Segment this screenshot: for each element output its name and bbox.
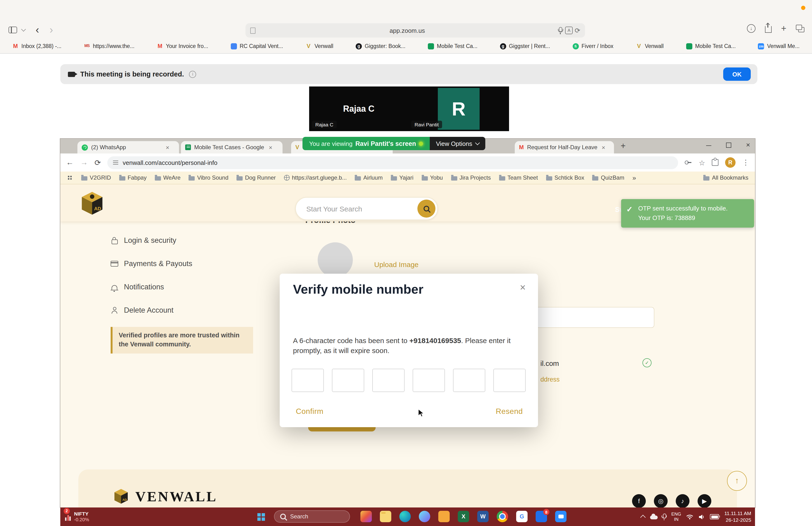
favorite-item[interactable]: gGiggster: Book...	[356, 43, 405, 49]
share-icon[interactable]	[765, 26, 772, 32]
bookmark-item[interactable]: Jira Projects	[451, 174, 491, 181]
bookmark-item[interactable]: https://asrt.gluege.b...	[284, 174, 347, 181]
zoom-app-icon[interactable]	[555, 511, 566, 522]
participant-tile[interactable]: Rajaa C Rajaa C	[309, 86, 408, 131]
tab-sheets[interactable]: Mobile Test Cases - Google She ×	[181, 141, 282, 154]
tab-gmail[interactable]: M Request for Half-Day Leave - ra ×	[515, 141, 614, 154]
view-options-button[interactable]: View Options	[430, 137, 485, 150]
taskbar-search[interactable]: Search	[274, 510, 350, 523]
window-close-button[interactable]: ×	[746, 141, 750, 149]
bookmark-item[interactable]: Schtick Box	[546, 174, 584, 181]
battery-icon[interactable]	[710, 514, 719, 520]
omnibox[interactable]: venwall.com/account/personal-info	[107, 156, 678, 169]
word-icon[interactable]: W	[477, 511, 489, 522]
otp-input-4[interactable]	[412, 369, 445, 392]
tab-close-icon[interactable]: ×	[166, 144, 169, 151]
bookmark-item[interactable]: V2GRID	[81, 174, 111, 181]
extensions-icon[interactable]	[712, 159, 719, 166]
password-key-icon[interactable]	[684, 161, 688, 165]
favorite-item[interactable]: MYour Invoice fro...	[157, 43, 208, 49]
bookmark-item[interactable]: Vibro Sound	[189, 174, 228, 181]
mic-icon[interactable]	[663, 514, 666, 518]
favorite-item[interactable]: MInbox (2,388) -...	[12, 43, 61, 49]
instagram-icon[interactable]: ◎	[654, 494, 668, 508]
facebook-icon[interactable]: f	[632, 494, 646, 508]
file-explorer-icon[interactable]	[380, 511, 391, 522]
info-icon[interactable]: i	[189, 71, 197, 78]
language-indicator[interactable]: ENG IN	[671, 512, 681, 522]
sidebar-item-login-security[interactable]: Login & security	[111, 234, 253, 247]
clock[interactable]: 11.11.11 AM 26-12-2025	[724, 510, 751, 523]
tab-overview-icon[interactable]	[798, 27, 804, 32]
google-app-icon[interactable]: G	[516, 511, 527, 522]
tab-whatsapp[interactable]: (2) WhatsApp ×	[77, 141, 179, 154]
sidebar-item-notifications[interactable]: Notifications	[111, 280, 253, 294]
bookmark-item[interactable]: Airluum	[355, 174, 382, 181]
cloud-icon[interactable]	[650, 515, 658, 520]
upload-image-link[interactable]: Upload Image	[374, 260, 419, 269]
bookmark-item[interactable]: Yobu	[421, 174, 443, 181]
tab-close-icon[interactable]: ×	[601, 144, 605, 151]
ok-button[interactable]: OK	[723, 68, 751, 81]
stock-widget[interactable]: 2 NIFTY -0.20%	[65, 509, 89, 523]
excel-icon[interactable]: X	[458, 511, 469, 522]
venwall-logo[interactable]: AD	[77, 188, 107, 219]
window-maximize-button[interactable]	[726, 143, 731, 148]
forward-button[interactable]: →	[80, 158, 88, 167]
start-button[interactable]	[257, 513, 265, 521]
downloads-icon[interactable]: ↓	[747, 24, 755, 32]
reload-icon[interactable]: ⟳	[575, 27, 580, 34]
bookmark-star-icon[interactable]: ☆	[699, 159, 705, 166]
forward-button[interactable]: ›	[49, 25, 53, 35]
chevron-down-icon[interactable]	[21, 27, 26, 31]
chrome-icon[interactable]	[497, 511, 508, 522]
wifi-icon[interactable]	[686, 514, 694, 520]
favorite-item[interactable]: VVenwall	[636, 43, 664, 49]
tab-close-icon[interactable]: ×	[269, 144, 272, 151]
resend-button[interactable]: Resend	[493, 407, 526, 416]
favorite-item[interactable]: RC Capital Vent...	[231, 43, 283, 49]
apps-grid-icon[interactable]	[68, 176, 69, 177]
search-input[interactable]	[296, 204, 417, 213]
bookmark-item[interactable]: WeAre	[155, 174, 180, 181]
translate-icon[interactable]: A	[565, 27, 573, 34]
scroll-to-top-button[interactable]: ↑	[727, 471, 747, 491]
confirm-button[interactable]: Confirm	[293, 407, 326, 416]
verify-email-link-fragment[interactable]: ddress	[540, 376, 560, 383]
bookmarks-overflow-icon[interactable]: »	[632, 174, 636, 182]
bookmark-item[interactable]: Team Sheet	[499, 174, 538, 181]
bookmark-item[interactable]: QuizBam	[592, 174, 624, 181]
paint-app-icon[interactable]	[360, 511, 372, 522]
sidebar-item-payments[interactable]: Payments & Payouts	[111, 257, 253, 270]
new-tab-icon[interactable]: +	[781, 24, 786, 33]
favorite-item[interactable]: MShttps://www.the...	[84, 43, 134, 49]
otp-input-6[interactable]	[493, 369, 526, 392]
profile-photo-placeholder[interactable]	[318, 242, 353, 278]
close-icon[interactable]: ×	[517, 281, 528, 294]
back-button[interactable]: ‹	[35, 25, 39, 35]
sidebar-toggle-icon[interactable]	[9, 27, 17, 33]
volume-icon[interactable]	[699, 514, 705, 520]
tray-expand-icon[interactable]	[640, 515, 646, 520]
copilot-icon[interactable]	[419, 511, 430, 522]
favorite-item[interactable]: Mobile Test Ca...	[428, 43, 477, 49]
bookmark-item[interactable]: Fabpay	[119, 174, 146, 181]
new-tab-button[interactable]: +	[621, 141, 626, 151]
participant-tile[interactable]: R Ravi Pantit	[408, 86, 509, 131]
otp-input-1[interactable]	[292, 369, 324, 392]
edge-icon[interactable]	[400, 511, 411, 522]
address-bar[interactable]: app.zoom.us A ⟳	[246, 23, 585, 38]
otp-input-3[interactable]	[372, 369, 405, 392]
otp-input-2[interactable]	[332, 369, 364, 392]
mic-icon[interactable]	[559, 27, 563, 32]
otp-input-5[interactable]	[453, 369, 485, 392]
bookmark-item[interactable]: Dog Runner	[236, 174, 276, 181]
reload-button[interactable]: ⟳	[95, 158, 101, 167]
back-button[interactable]: ←	[66, 158, 74, 167]
profile-avatar[interactable]: R	[725, 157, 736, 168]
search-button[interactable]	[417, 200, 435, 218]
all-bookmarks-button[interactable]: All Bookmarks	[704, 174, 748, 181]
mail-app-icon[interactable]: 8	[536, 511, 547, 522]
sidebar-item-delete-account[interactable]: Delete Account	[111, 304, 253, 317]
favorite-item[interactable]: VVenwall	[306, 43, 333, 49]
